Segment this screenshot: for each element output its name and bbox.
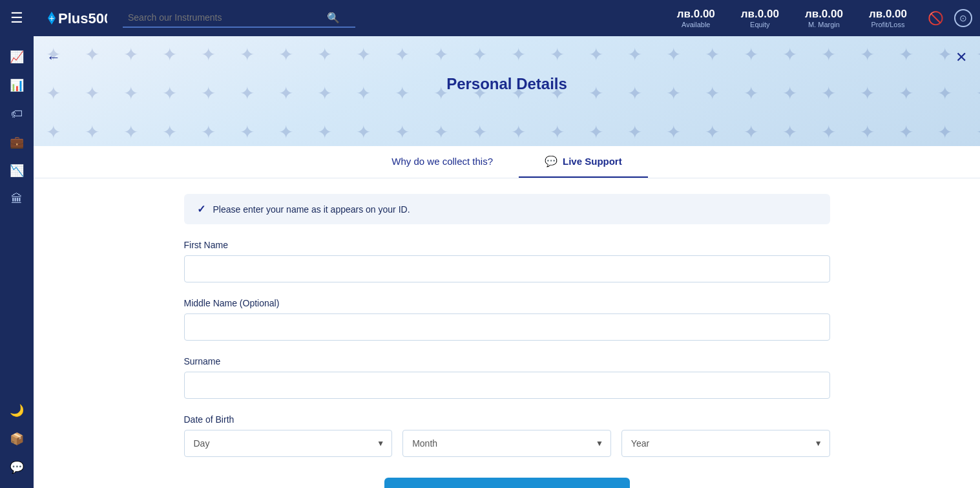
stat-available-value: лв.0.00 <box>677 8 715 21</box>
dob-label: Date of Birth <box>184 414 830 425</box>
first-name-label: First Name <box>184 240 830 250</box>
stat-margin-label: M. Margin <box>805 21 843 28</box>
theme-icon: 🌙 <box>10 403 24 418</box>
dob-group: Date of Birth Day ▼ Month ▼ <box>184 414 830 457</box>
month-select-wrap: Month ▼ <box>402 430 611 457</box>
day-select-wrap: Day ▼ <box>184 430 393 457</box>
form-section: ✓ Please enter your name as it appears o… <box>55 178 959 488</box>
watchlist-icon: 🏷 <box>11 107 23 121</box>
chat-icon: 💬 <box>10 460 24 474</box>
sidebar-item-bank[interactable]: 🏛 <box>4 186 30 212</box>
page-title: Personal Details <box>446 75 567 93</box>
sidebar-item-chart[interactable]: 📈 <box>4 44 30 70</box>
day-select[interactable]: Day <box>184 430 393 457</box>
close-button[interactable]: ✕ <box>955 49 967 66</box>
month-select[interactable]: Month <box>402 430 611 457</box>
stat-equity: лв.0.00 Equity <box>741 8 779 28</box>
nav-why-label: Why do we collect this? <box>391 156 493 167</box>
next-button[interactable]: Next <box>384 478 630 488</box>
stat-profit-label: Profit/Loss <box>869 21 907 28</box>
close-icon: ✕ <box>955 49 967 65</box>
nav-item-support[interactable]: 💬 Live Support <box>519 146 648 178</box>
sidebar-item-portfolio[interactable]: 💼 <box>4 129 30 155</box>
year-select-wrap: Year ▼ <box>621 430 830 457</box>
logo: Plus500 + <box>36 6 107 30</box>
stats-bar: лв.0.00 Available лв.0.00 Equity лв.0.00… <box>677 8 907 28</box>
middle-name-label: Middle Name (Optional) <box>184 298 830 308</box>
stat-profit-value: лв.0.00 <box>869 8 907 21</box>
stat-available: лв.0.00 Available <box>677 8 715 28</box>
stat-margin: лв.0.00 M. Margin <box>805 8 843 28</box>
stat-profit: лв.0.00 Profit/Loss <box>869 8 907 28</box>
stat-available-label: Available <box>677 21 715 28</box>
portfolio-icon: 💼 <box>10 135 24 149</box>
stat-equity-value: лв.0.00 <box>741 8 779 21</box>
sidebar-item-watchlist[interactable]: 🏷 <box>4 101 30 127</box>
user-circle-icon: ⊙ <box>954 9 972 27</box>
search-bar[interactable]: 🔍 <box>123 9 355 28</box>
sidebar-item-analytics[interactable]: 📉 <box>4 158 30 184</box>
svg-text:Plus500: Plus500 <box>58 10 107 27</box>
back-arrow-icon: ← <box>47 49 61 65</box>
svg-text:+: + <box>49 13 54 23</box>
eye-off-icon: 🚫 <box>928 11 944 25</box>
sidebar: 📈 📊 🏷 💼 📉 🏛 🌙 📦 💬 <box>0 36 34 488</box>
check-icon: ✓ <box>197 203 205 215</box>
hamburger-button[interactable]: ☰ <box>8 7 26 29</box>
positions-icon: 📊 <box>10 78 24 92</box>
banner: ✦ Personal Details <box>34 36 980 146</box>
stat-margin-value: лв.0.00 <box>805 8 843 21</box>
search-icon: 🔍 <box>327 12 340 24</box>
info-box: ✓ Please enter your name as it appears o… <box>184 194 830 224</box>
middle-name-input[interactable] <box>184 313 830 341</box>
first-name-group: First Name <box>184 240 830 282</box>
first-name-input[interactable] <box>184 255 830 282</box>
bank-icon: 🏛 <box>11 193 23 206</box>
surname-group: Surname <box>184 356 830 399</box>
main-content: ← ✕ ✦ Personal Details Why do we collect… <box>34 36 980 488</box>
info-message: Please enter your name as it appears on … <box>213 204 410 215</box>
analytics-icon: 📉 <box>10 164 24 178</box>
eye-off-button[interactable]: 🚫 <box>928 10 944 26</box>
back-button[interactable]: ← <box>47 49 61 66</box>
layers-icon: 📦 <box>10 432 24 446</box>
topnav-icons: 🚫 ⊙ <box>928 9 972 27</box>
nav-item-why[interactable]: Why do we collect this? <box>366 146 519 178</box>
sidebar-item-chat[interactable]: 💬 <box>4 454 30 480</box>
sidebar-item-layers[interactable]: 📦 <box>4 426 30 452</box>
stat-equity-label: Equity <box>741 21 779 28</box>
form-nav: Why do we collect this? 💬 Live Support <box>34 146 980 178</box>
surname-input[interactable] <box>184 372 830 399</box>
sidebar-item-positions[interactable]: 📊 <box>4 72 30 98</box>
year-select[interactable]: Year <box>621 430 830 457</box>
chart-line-icon: 📈 <box>10 50 24 64</box>
nav-support-label: Live Support <box>563 156 622 167</box>
live-support-chat-icon: 💬 <box>545 155 558 167</box>
surname-label: Surname <box>184 356 830 366</box>
user-profile-button[interactable]: ⊙ <box>954 9 972 27</box>
top-nav: ☰ Plus500 + 🔍 лв.0.00 Available лв.0.00 … <box>0 0 980 36</box>
middle-name-group: Middle Name (Optional) <box>184 298 830 341</box>
sidebar-item-theme[interactable]: 🌙 <box>4 398 30 423</box>
search-input[interactable] <box>128 12 322 23</box>
dob-selects-row: Day ▼ Month ▼ Year <box>184 430 830 457</box>
